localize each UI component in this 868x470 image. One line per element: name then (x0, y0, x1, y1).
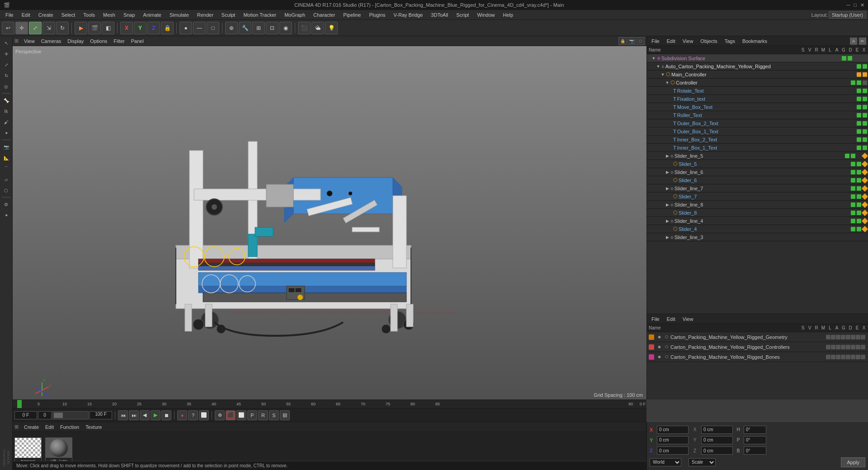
coords-b-input[interactable] (744, 446, 766, 455)
key-scale-btn[interactable]: S (269, 410, 279, 420)
poly-mode-btn[interactable]: □ (207, 22, 219, 34)
menu-snap[interactable]: Snap (120, 11, 139, 19)
timeline-expand-btn[interactable]: ▤ (280, 410, 290, 420)
obj-row-subdiv[interactable]: ▼ ◈ Subdivision Surface (647, 54, 868, 62)
mat-tab-create[interactable]: Create (21, 423, 42, 431)
scale-mode-dropdown[interactable]: Scale Uniform (689, 458, 716, 466)
render-settings-btn[interactable]: 🎬 (88, 22, 101, 34)
obj-row-sl7[interactable]: ▶ ○ Slider_line_7 (647, 184, 868, 193)
display-btn[interactable]: ◉ (279, 22, 292, 34)
obj-menu-file[interactable]: File (649, 38, 662, 45)
coord-system-dropdown[interactable]: World Object Camera (650, 458, 681, 466)
obj-row-ob2-text[interactable]: T Outer_Box_2_Text (647, 119, 868, 127)
menu-render[interactable]: Render (193, 11, 217, 19)
vp-icon-maximize[interactable]: □ (637, 37, 645, 45)
bot-menu-view[interactable]: View (680, 315, 696, 323)
coords-h-input[interactable] (744, 426, 766, 434)
coords-zr-input[interactable] (701, 446, 733, 455)
layout-value[interactable]: Startup (User) (829, 11, 866, 19)
vp-menu-display[interactable]: Display (65, 38, 86, 45)
vp-menu-cameras[interactable]: Cameras (38, 38, 64, 45)
obj-bot-row-bones[interactable]: ◉ ⬡ Carton_Packing_Machine_Yellow_Rigged… (647, 352, 868, 362)
close-btn[interactable]: ✕ (860, 2, 864, 8)
dot-s[interactable] (842, 56, 846, 61)
menu-edit[interactable]: Edit (18, 11, 34, 19)
apply-btn[interactable]: Apply (841, 457, 865, 467)
goto-start-btn[interactable]: ⏮ (118, 410, 128, 420)
coords-yr-input[interactable] (701, 436, 733, 444)
undo-btn[interactable]: ↩ (2, 22, 14, 34)
record-btn[interactable]: ● (177, 410, 187, 420)
point-mode-btn[interactable]: ● (179, 22, 192, 34)
menu-script[interactable]: Script (453, 11, 472, 19)
sidebar-icon-8[interactable]: 🖌 (1, 117, 11, 127)
timeline-ruler[interactable]: 0 5 10 15 20 25 30 35 40 45 50 55 60 65 … (13, 400, 646, 409)
obj-icon-a[interactable]: A (850, 38, 857, 45)
bot-menu-file[interactable]: File (649, 315, 662, 323)
menu-motion-tracker[interactable]: Motion Tracker (240, 11, 280, 19)
obj-row-sl4[interactable]: ▶ ○ Slider_line_4 (647, 217, 868, 225)
sky-btn[interactable]: 🌥 (311, 22, 324, 34)
obj-row-s8[interactable]: ⬡ Slider_8 (647, 209, 868, 217)
obj-row-rotate-text[interactable]: T Rotate_Text (647, 87, 868, 95)
obj-menu-view[interactable]: View (680, 38, 696, 45)
render-btn[interactable]: ▶ (75, 22, 87, 34)
menu-sculpt[interactable]: Sculpt (218, 11, 239, 19)
sidebar-icon-14[interactable]: ⬡ (1, 185, 11, 195)
obj-row-ib1-text[interactable]: T Inner_Box_1_Text (647, 144, 868, 152)
obj-row-fix-text[interactable]: T Fixation_text (647, 95, 868, 103)
coords-x-input[interactable] (657, 426, 689, 434)
maximize-btn[interactable]: □ (854, 2, 857, 8)
x-axis-btn[interactable]: X (120, 22, 133, 34)
sidebar-icon-13[interactable]: ▱ (1, 174, 11, 184)
obj-tree[interactable]: ▼ ◈ Subdivision Surface ▼ ○ (647, 54, 868, 314)
menu-window[interactable]: Window (473, 11, 498, 19)
bot-menu-edit[interactable]: Edit (664, 315, 678, 323)
workplane-btn[interactable]: ⊡ (266, 22, 278, 34)
obj-row-sl5[interactable]: ▶ ○ Slider_line_5 (647, 152, 868, 160)
rotate-tool-btn[interactable]: ↻ (56, 22, 69, 34)
obj-row-ctrl[interactable]: ▼ ⬡ Controller (647, 79, 868, 87)
dot-s-mc[interactable] (857, 72, 861, 77)
menu-character[interactable]: Character (310, 11, 339, 19)
y-axis-btn[interactable]: Y (134, 22, 146, 34)
mat-tab-function[interactable]: Function (57, 423, 82, 431)
obj-row-s4[interactable]: ⬡ Slider_4 (647, 225, 868, 233)
menu-mograph[interactable]: MoGraph (281, 11, 309, 19)
obj-row-sl8[interactable]: ▶ ○ Slider_line_8 (647, 201, 868, 209)
stop-btn[interactable]: ⏹ (161, 410, 171, 420)
mat-thumb-vrauto[interactable]: VR_Auto (45, 437, 72, 465)
sidebar-icon-5[interactable]: ◎ (1, 81, 11, 91)
frame-slider[interactable] (52, 411, 89, 419)
obj-bot-row-geo[interactable]: ◉ ⬡ Carton_Packing_Machine_Yellow_Rigged… (647, 332, 868, 342)
mat-thumb-transparent[interactable]: transpai (14, 437, 42, 465)
obj-menu-bookmarks[interactable]: Bookmarks (740, 38, 770, 45)
menu-simulate[interactable]: Simulate (166, 11, 193, 19)
snap-settings-btn[interactable]: 🔧 (239, 22, 251, 34)
obj-row-s6[interactable]: ⬡ Slider_6 (647, 176, 868, 184)
vp-menu-view[interactable]: View (21, 38, 38, 45)
motion-clip-btn[interactable]: ⬜ (199, 410, 209, 420)
play-reverse-btn[interactable]: ◀ (140, 410, 150, 420)
coords-z-input[interactable] (657, 446, 689, 455)
key-pos-btn[interactable]: P (247, 410, 257, 420)
sub-frame-input[interactable] (38, 411, 52, 419)
obj-menu-edit[interactable]: Edit (664, 38, 678, 45)
obj-row-sl3[interactable]: ▶ ○ Slider_line_3 (647, 233, 868, 241)
end-frame-input[interactable]: 100 F (90, 411, 112, 419)
minimize-btn[interactable]: ─ (847, 2, 850, 8)
menu-create[interactable]: Create (35, 11, 57, 19)
grid-btn[interactable]: ⊞ (252, 22, 265, 34)
sidebar-icon-11[interactable]: 📐 (1, 153, 11, 163)
key-rot-btn[interactable]: R (258, 410, 268, 420)
obj-row-s5[interactable]: ⬡ Slider_5 (647, 160, 868, 168)
snap-keys-btn[interactable]: ⊕ (215, 410, 225, 420)
move-tool-btn[interactable]: ⤢ (29, 22, 42, 34)
sidebar-icon-16[interactable]: ✦ (1, 210, 11, 220)
record-settings-btn[interactable]: ? (188, 410, 198, 420)
menu-select[interactable]: Select (58, 11, 79, 19)
floor-btn[interactable]: ⬛ (298, 22, 311, 34)
menu-tools[interactable]: Tools (80, 11, 99, 19)
sidebar-icon-15[interactable]: ⚙ (1, 199, 11, 209)
dot-s-auto[interactable] (857, 64, 861, 69)
